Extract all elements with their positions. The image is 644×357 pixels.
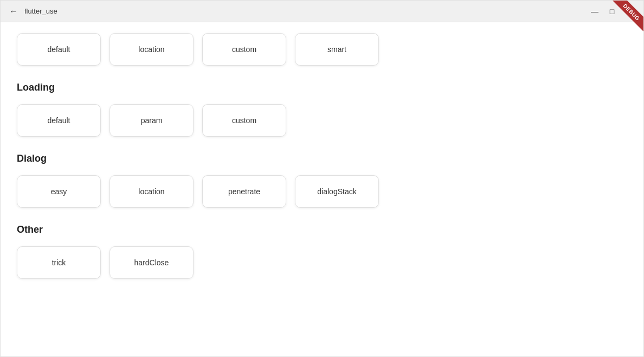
- back-button[interactable]: ←: [7, 4, 20, 18]
- section-0-button-1[interactable]: param: [110, 104, 194, 137]
- section-0-button-2[interactable]: custom: [202, 104, 286, 137]
- title-bar: ← flutter_use — □ ✕: [1, 1, 643, 22]
- minimize-icon: —: [591, 7, 598, 16]
- main-content: defaultlocationcustomsmart Loadingdefaul…: [1, 22, 643, 356]
- top-row-button-1[interactable]: location: [110, 33, 194, 66]
- section-title-0: Loading: [17, 82, 627, 93]
- window-controls: — □ ✕: [587, 4, 637, 19]
- section-2-button-0[interactable]: trick: [17, 246, 101, 279]
- top-button-row: defaultlocationcustomsmart: [17, 33, 627, 66]
- section-2: OthertrickhardClose: [17, 224, 627, 279]
- top-row-button-3[interactable]: smart: [295, 33, 379, 66]
- section-1-button-row: easylocationpenetratedialogStack: [17, 175, 627, 208]
- title-bar-left: ← flutter_use: [7, 4, 57, 18]
- top-row-button-2[interactable]: custom: [202, 33, 286, 66]
- section-1-button-2[interactable]: penetrate: [202, 175, 286, 208]
- section-0-button-row: defaultparamcustom: [17, 104, 627, 137]
- section-title-2: Other: [17, 224, 627, 235]
- top-row: defaultlocationcustomsmart: [17, 33, 627, 66]
- section-1: DialogeasylocationpenetratedialogStack: [17, 153, 627, 208]
- sections-container: LoadingdefaultparamcustomDialogeasylocat…: [17, 82, 627, 279]
- top-row-button-0[interactable]: default: [17, 33, 101, 66]
- app-window: DEBUG ← flutter_use — □ ✕ defaultlocatio…: [0, 0, 644, 357]
- window-title: flutter_use: [24, 7, 57, 15]
- maximize-button[interactable]: □: [604, 4, 620, 19]
- maximize-icon: □: [610, 7, 614, 16]
- section-title-1: Dialog: [17, 153, 627, 164]
- back-icon: ←: [9, 7, 18, 16]
- section-1-button-0[interactable]: easy: [17, 175, 101, 208]
- section-1-button-3[interactable]: dialogStack: [295, 175, 379, 208]
- section-1-button-1[interactable]: location: [110, 175, 194, 208]
- close-icon: ✕: [626, 7, 633, 16]
- section-0-button-0[interactable]: default: [17, 104, 101, 137]
- section-2-button-row: trickhardClose: [17, 246, 627, 279]
- minimize-button[interactable]: —: [587, 4, 602, 19]
- close-button[interactable]: ✕: [622, 4, 637, 19]
- section-2-button-1[interactable]: hardClose: [110, 246, 194, 279]
- section-0: Loadingdefaultparamcustom: [17, 82, 627, 137]
